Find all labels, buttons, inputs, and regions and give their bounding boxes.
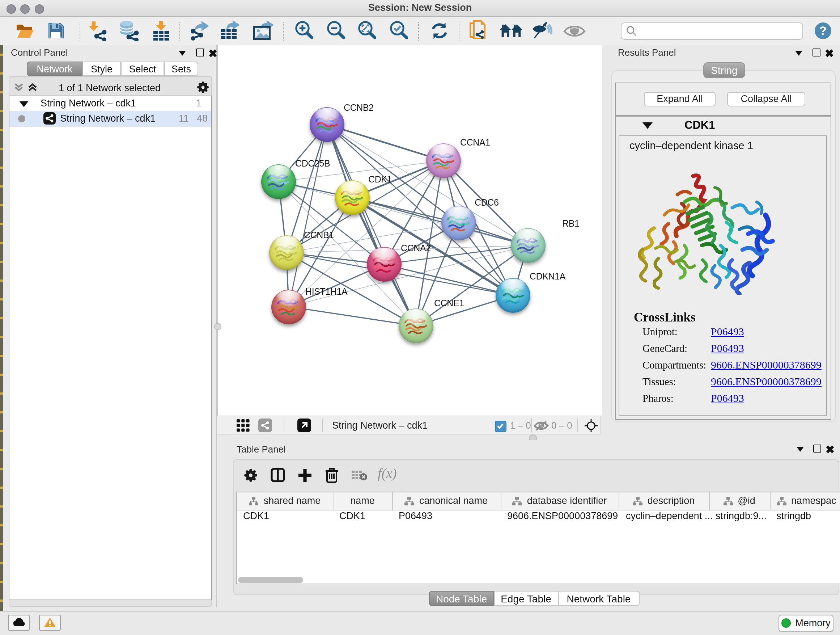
- svg-text:?: ?: [819, 24, 827, 37]
